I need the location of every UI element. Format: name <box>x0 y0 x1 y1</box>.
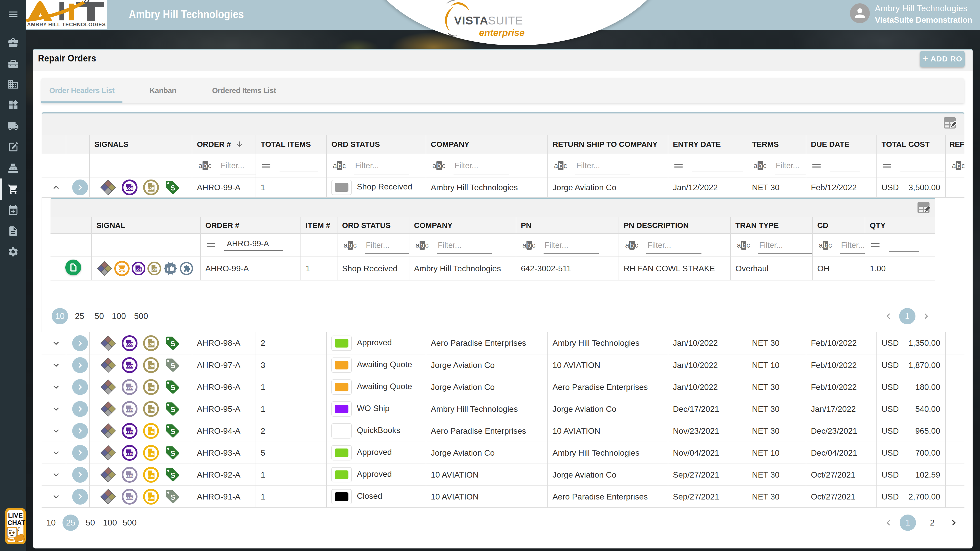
svg-text:enterprise: enterprise <box>479 27 525 38</box>
svg-text:SUITE: SUITE <box>488 14 523 27</box>
svg-text:LOR: LOR <box>151 268 158 271</box>
svg-text:LOR: LOR <box>148 453 154 456</box>
svg-text:LOS: LOS <box>126 342 133 346</box>
svg-text:VISTA: VISTA <box>454 14 488 27</box>
svg-text:LOS: LOS <box>126 364 133 368</box>
svg-text:LOR: LOR <box>148 496 154 500</box>
svg-text:LOS: LOS <box>126 187 133 191</box>
svg-text:LOR: LOR <box>148 187 154 191</box>
svg-text:LOS: LOS <box>126 474 133 478</box>
svg-text:LOS: LOS <box>126 386 133 390</box>
svg-text:LOR: LOR <box>148 408 154 412</box>
svg-text:LOR: LOR <box>148 365 154 368</box>
svg-text:LOS: LOS <box>135 268 142 271</box>
svg-text:LOS: LOS <box>126 452 133 456</box>
svg-text:AMBRY HILL TECHNOLOGIES: AMBRY HILL TECHNOLOGIES <box>27 21 106 27</box>
svg-text:LOR: LOR <box>148 387 154 390</box>
svg-text:LOS: LOS <box>126 430 133 434</box>
svg-text:LOS: LOS <box>126 408 133 412</box>
svg-text:LOS: LOS <box>126 496 133 500</box>
svg-text:LOR: LOR <box>148 430 154 434</box>
svg-text:LOR: LOR <box>148 474 154 478</box>
svg-text:LOR: LOR <box>148 343 154 346</box>
